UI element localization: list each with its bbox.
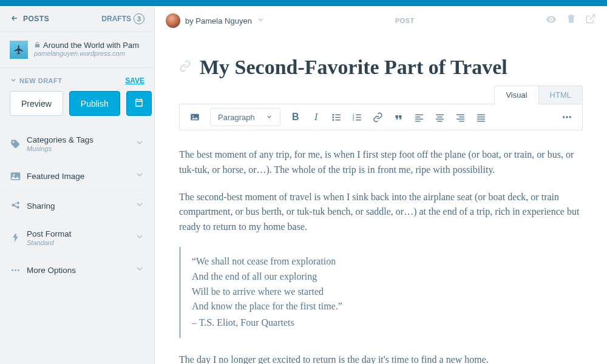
svg-rect-16 xyxy=(356,120,362,120)
back-to-posts[interactable]: POSTS xyxy=(10,14,49,24)
align-right-button[interactable] xyxy=(452,108,470,126)
drafts-label: DRAFTS xyxy=(101,15,131,23)
post-content[interactable]: The best moment of any trip, for me, is … xyxy=(179,130,583,364)
quote-line: And know the place for the first time.” xyxy=(192,299,583,314)
post-title-input[interactable]: My Second-Favorite Part of Travel xyxy=(200,56,583,79)
accordion-featured-image[interactable]: Featured Image xyxy=(0,161,154,190)
chevron-down-icon xyxy=(257,15,265,26)
svg-rect-18 xyxy=(415,116,421,117)
image-icon xyxy=(10,171,21,181)
site-icon xyxy=(10,41,28,59)
quote-line: “We shall not cease from exploration xyxy=(192,254,583,269)
post-type-label: POST xyxy=(395,17,415,24)
share-icon xyxy=(10,201,21,211)
accordion-format-sub: Standard xyxy=(27,239,129,246)
align-justify-button[interactable] xyxy=(472,108,490,126)
svg-rect-22 xyxy=(437,116,443,117)
bold-button[interactable]: B xyxy=(287,108,305,126)
tab-visual[interactable]: Visual xyxy=(494,86,538,104)
svg-rect-31 xyxy=(477,118,485,119)
ellipsis-icon xyxy=(10,265,21,275)
chevron-down-icon xyxy=(135,264,144,276)
accordion-categories[interactable]: Categories & Tags Musings xyxy=(0,127,154,161)
chevron-down-icon xyxy=(10,76,17,85)
svg-rect-26 xyxy=(459,116,465,117)
content-paragraph: The second-best moment of travel is when… xyxy=(179,190,583,235)
trash-icon[interactable] xyxy=(566,13,577,28)
chevron-down-icon xyxy=(135,200,144,212)
external-link-icon[interactable] xyxy=(585,13,596,28)
numbered-list-button[interactable]: 123 xyxy=(348,108,367,126)
byline-prefix: by xyxy=(185,16,194,25)
chevron-down-icon xyxy=(135,170,144,182)
svg-point-34 xyxy=(566,116,568,118)
new-draft-button[interactable]: NEW DRAFT xyxy=(10,76,63,85)
accordion-post-format[interactable]: Post Format Standard xyxy=(0,220,154,255)
svg-rect-32 xyxy=(477,121,485,121)
quote-line: And the end of all our exploring xyxy=(192,269,583,285)
accordion-more-label: More Options xyxy=(27,266,129,275)
svg-rect-24 xyxy=(437,121,443,121)
preview-icon[interactable] xyxy=(545,13,557,28)
accordion-sharing[interactable]: Sharing xyxy=(0,190,154,220)
paragraph-format-select[interactable]: Paragraph xyxy=(210,108,280,126)
tab-html[interactable]: HTML xyxy=(539,86,583,104)
svg-rect-19 xyxy=(415,118,423,119)
lock-icon xyxy=(34,41,41,50)
svg-rect-21 xyxy=(436,114,444,115)
main-editor: by Pamela Nguyen POST My Second-Favorite… xyxy=(155,6,607,364)
tag-icon xyxy=(10,139,21,149)
blockquote-button[interactable] xyxy=(390,108,408,126)
svg-rect-8 xyxy=(336,114,341,115)
svg-rect-15 xyxy=(356,116,362,117)
align-left-button[interactable] xyxy=(410,108,429,126)
back-posts-label: POSTS xyxy=(23,15,49,23)
top-bar xyxy=(0,0,607,6)
bullet-list-button[interactable] xyxy=(328,108,346,126)
chevron-down-icon xyxy=(135,138,144,150)
svg-point-35 xyxy=(569,116,571,118)
accordion-sharing-label: Sharing xyxy=(27,201,129,211)
calendar-icon xyxy=(134,98,144,109)
site-url: pamelanguyen.wordpress.com xyxy=(34,50,144,57)
save-button[interactable]: SAVE xyxy=(125,76,144,85)
align-center-button[interactable] xyxy=(431,108,449,126)
svg-rect-23 xyxy=(436,118,444,119)
svg-rect-30 xyxy=(477,116,485,117)
content-paragraph: The day I no longer get excited to retur… xyxy=(179,352,583,364)
svg-rect-28 xyxy=(459,121,465,121)
accordion-more-options[interactable]: More Options xyxy=(0,255,154,285)
sidebar: POSTS DRAFTS 3 Around the World with Pam… xyxy=(0,6,155,364)
accordion-categories-sub: Musings xyxy=(27,145,129,152)
svg-point-1 xyxy=(15,269,16,271)
svg-point-33 xyxy=(563,116,565,118)
permalink-icon[interactable] xyxy=(179,60,191,75)
svg-rect-17 xyxy=(415,114,423,115)
svg-rect-27 xyxy=(456,118,464,119)
paragraph-label: Paragraph xyxy=(218,113,255,122)
site-title: Around the World with Pam xyxy=(43,41,139,50)
svg-rect-20 xyxy=(415,121,421,121)
avatar xyxy=(166,13,180,28)
drafts-link[interactable]: DRAFTS 3 xyxy=(101,13,144,24)
drafts-count: 3 xyxy=(134,13,144,24)
link-button[interactable] xyxy=(369,108,387,126)
author-switcher[interactable]: by Pamela Nguyen xyxy=(166,13,265,28)
chevron-down-icon xyxy=(135,232,144,244)
schedule-button[interactable] xyxy=(126,91,152,116)
add-media-button[interactable] xyxy=(186,108,204,126)
site-block[interactable]: Around the World with Pam pamelanguyen.w… xyxy=(0,32,154,68)
svg-rect-29 xyxy=(477,114,485,115)
italic-button[interactable]: I xyxy=(307,108,325,126)
kitchen-sink-toggle[interactable] xyxy=(558,108,576,126)
svg-rect-9 xyxy=(336,116,341,117)
svg-rect-10 xyxy=(336,120,341,120)
accordion-featured-label: Featured Image xyxy=(27,172,129,181)
svg-point-2 xyxy=(18,269,19,271)
svg-rect-25 xyxy=(456,114,464,115)
content-paragraph: The best moment of any trip, for me, is … xyxy=(179,147,583,178)
format-icon xyxy=(10,233,21,243)
publish-button[interactable]: Publish xyxy=(69,91,120,116)
quote-line: Will be to arrive where we started xyxy=(192,285,583,300)
preview-button[interactable]: Preview xyxy=(10,91,63,116)
